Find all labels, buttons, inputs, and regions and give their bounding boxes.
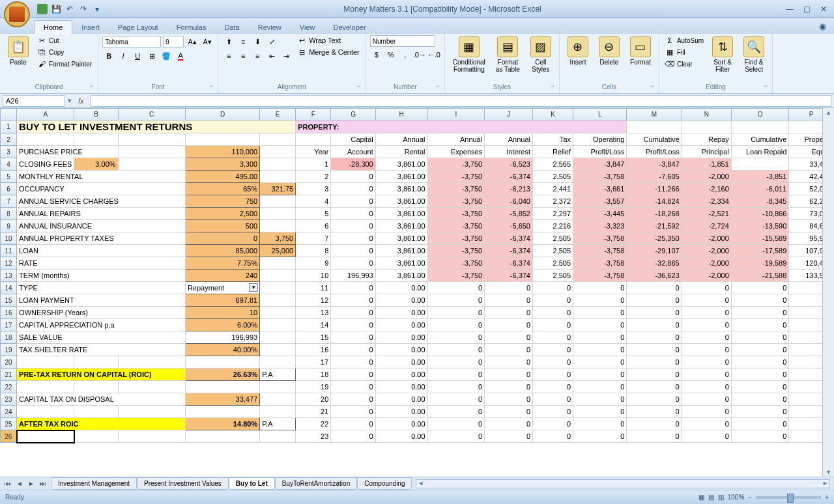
cell[interactable]: 18	[296, 369, 331, 381]
cell[interactable]: -3,750	[427, 183, 485, 195]
cell[interactable]: Relief	[533, 146, 573, 158]
view-pagebreak-icon[interactable]: ▥	[718, 494, 724, 501]
formula-input[interactable]	[91, 95, 831, 107]
cell[interactable]: 196,993	[331, 270, 375, 282]
cell[interactable]: 0	[331, 430, 375, 443]
cell[interactable]: PRE-TAX RETURN ON CAPITAL (ROIC)	[17, 369, 186, 381]
cell[interactable]: 0	[731, 344, 789, 356]
cell[interactable]: 0.00	[375, 418, 427, 430]
cell[interactable]: LOAN	[17, 245, 186, 257]
cell[interactable]: -1,851	[682, 158, 731, 171]
cell[interactable]: 10	[296, 270, 331, 282]
cell[interactable]: 0	[731, 356, 789, 369]
cell[interactable]: -3,750	[427, 195, 485, 208]
sheet-title[interactable]: BUY TO LET INVESTMENT RETURNS	[17, 120, 296, 133]
cell[interactable]: 3.00%	[74, 158, 118, 171]
qat-dropdown-icon[interactable]: ▾	[91, 3, 103, 15]
cell[interactable]: 3,861.00	[375, 208, 427, 220]
cell[interactable]: Capital	[331, 133, 375, 146]
cell[interactable]	[74, 356, 118, 369]
cell[interactable]: Profit/Loss	[627, 146, 682, 158]
row-header[interactable]: 2	[1, 133, 17, 146]
border-button[interactable]: ⊞	[145, 49, 158, 63]
cell[interactable]: 0	[331, 406, 375, 418]
cell[interactable]: Expenses	[427, 146, 485, 158]
cell[interactable]	[731, 158, 789, 171]
cell[interactable]: SALE VALUE	[17, 331, 186, 344]
cell[interactable]: 0	[627, 344, 682, 356]
align-left-icon[interactable]: ≡	[222, 49, 235, 63]
cell[interactable]: 19	[296, 381, 331, 393]
cell[interactable]: 0	[485, 369, 533, 381]
col-header[interactable]: A	[17, 109, 74, 120]
cell-styles-button[interactable]: ▨Cell Styles	[526, 35, 555, 74]
qat-excel-icon[interactable]	[36, 3, 48, 15]
cell[interactable]: Operating	[573, 133, 627, 146]
cell[interactable]: 9	[296, 257, 331, 270]
row-header[interactable]: 10	[1, 232, 17, 245]
cell[interactable]	[74, 381, 118, 393]
cell[interactable]: 0	[427, 369, 485, 381]
cell[interactable]: Annual	[427, 133, 485, 146]
row-header[interactable]: 21	[1, 369, 17, 381]
cell[interactable]: 3,861.00	[375, 270, 427, 282]
cell[interactable]: Loan Repaid	[731, 146, 789, 158]
cell[interactable]: 5	[296, 208, 331, 220]
decrease-indent-icon[interactable]: ⇤	[265, 49, 278, 63]
cell[interactable]: OCCUPANCY	[17, 183, 186, 195]
wrap-text-button[interactable]: ↩Wrap Text	[295, 35, 362, 46]
cell[interactable]	[260, 270, 296, 282]
cell[interactable]: 0	[682, 430, 731, 443]
increase-indent-icon[interactable]: ⇥	[280, 49, 293, 63]
row-header[interactable]: 17	[1, 319, 17, 331]
cell[interactable]: -3,750	[427, 232, 485, 245]
col-header[interactable]: J	[485, 109, 533, 120]
col-header[interactable]: F	[296, 109, 331, 120]
cell[interactable]	[627, 120, 682, 133]
row-header[interactable]: 25	[1, 418, 17, 430]
cell[interactable]: 0	[731, 282, 789, 294]
minimize-button[interactable]: —	[782, 3, 798, 15]
increase-decimal-icon[interactable]: .0→	[413, 48, 426, 61]
cell[interactable]: 2,297	[533, 208, 573, 220]
cell[interactable]: 0	[331, 282, 375, 294]
cell[interactable]: 0	[682, 393, 731, 406]
cell[interactable]: 0	[682, 381, 731, 393]
cell[interactable]: -3,758	[573, 245, 627, 257]
cell[interactable]: -2,521	[682, 208, 731, 220]
cell[interactable]: ANNUAL SERVICE CHARGES	[17, 195, 186, 208]
cell[interactable]: 0	[533, 393, 573, 406]
cell[interactable]: -3,750	[427, 171, 485, 183]
cell[interactable]	[17, 356, 74, 369]
fill-color-button[interactable]: 🪣	[160, 49, 173, 63]
cell[interactable]: P.A	[260, 369, 296, 381]
cell[interactable]: Year	[296, 146, 331, 158]
cell[interactable]: 0.00	[375, 381, 427, 393]
cell[interactable]: 0	[573, 294, 627, 307]
cell[interactable]: ANNUAL REPAIRS	[17, 208, 186, 220]
cell[interactable]: 10	[185, 307, 259, 319]
row-header[interactable]: 9	[1, 220, 17, 232]
cell[interactable]: 2,505	[533, 245, 573, 257]
qat-redo-icon[interactable]: ↷	[78, 3, 89, 15]
cell[interactable]: 0	[427, 406, 485, 418]
cell[interactable]: 17	[296, 356, 331, 369]
cell[interactable]	[260, 133, 296, 146]
name-box[interactable]	[3, 95, 65, 107]
cell[interactable]: 0	[331, 195, 375, 208]
sort-filter-button[interactable]: ⇅Sort & Filter	[708, 35, 737, 74]
cell[interactable]: -3,758	[573, 232, 627, 245]
cell[interactable]	[260, 307, 296, 319]
cell[interactable]: 0	[533, 406, 573, 418]
cell[interactable]: 0	[731, 369, 789, 381]
cell[interactable]: 0	[731, 294, 789, 307]
col-header[interactable]: N	[682, 109, 731, 120]
cell[interactable]: 0	[627, 294, 682, 307]
cell[interactable]: CAPITAL APPRECIATION p.a	[17, 319, 186, 331]
row-header[interactable]: 14	[1, 282, 17, 294]
tab-data[interactable]: Data	[215, 21, 248, 34]
cell[interactable]: 0	[731, 393, 789, 406]
cell[interactable]: -3,750	[427, 220, 485, 232]
cell[interactable]: 4	[296, 195, 331, 208]
cell[interactable]: TERM (months)	[17, 270, 186, 282]
